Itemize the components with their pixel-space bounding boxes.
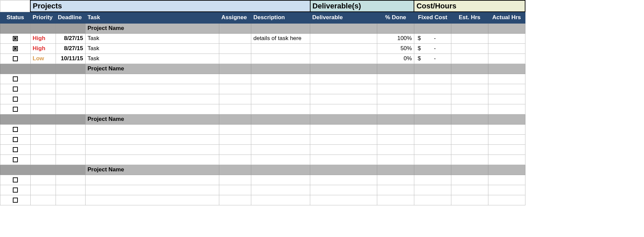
- deadline-cell[interactable]: [56, 94, 85, 104]
- section-projects[interactable]: Projects: [30, 0, 310, 12]
- col-description[interactable]: Description: [251, 12, 310, 23]
- deadline-cell[interactable]: 10/11/15: [56, 54, 85, 64]
- description-cell[interactable]: [251, 124, 310, 134]
- description-cell[interactable]: [251, 134, 310, 144]
- priority-cell[interactable]: [30, 134, 56, 144]
- est-hrs-cell[interactable]: [451, 124, 488, 134]
- description-cell[interactable]: [251, 74, 310, 84]
- group-cell[interactable]: [310, 64, 377, 74]
- deadline-cell[interactable]: 8/27/15: [56, 43, 85, 54]
- status-cell[interactable]: [0, 195, 31, 205]
- task-cell[interactable]: [85, 104, 219, 114]
- deliverable-cell[interactable]: [310, 43, 377, 54]
- col-priority[interactable]: Priority: [30, 12, 56, 23]
- task-cell[interactable]: [85, 134, 219, 144]
- group-cell[interactable]: [0, 64, 31, 74]
- col-fixed-cost[interactable]: Fixed Cost: [414, 12, 451, 23]
- status-cell[interactable]: [0, 104, 31, 114]
- est-hrs-cell[interactable]: [451, 74, 488, 84]
- assignee-cell[interactable]: [219, 155, 251, 165]
- fixed-cost-cell[interactable]: [414, 134, 451, 144]
- group-cell[interactable]: [30, 23, 56, 33]
- assignee-cell[interactable]: [219, 54, 251, 64]
- assignee-cell[interactable]: [219, 144, 251, 155]
- deadline-cell[interactable]: [56, 195, 85, 205]
- col-pct-done[interactable]: % Done: [377, 12, 414, 23]
- pct-done-cell[interactable]: [377, 155, 414, 165]
- group-cell[interactable]: [251, 165, 310, 175]
- fixed-cost-cell[interactable]: $-: [414, 43, 451, 54]
- group-cell[interactable]: [30, 165, 56, 175]
- assignee-cell[interactable]: [219, 185, 251, 195]
- checkbox-icon[interactable]: [13, 198, 18, 203]
- actual-hrs-cell[interactable]: [488, 175, 525, 185]
- task-cell[interactable]: [85, 155, 219, 165]
- task-cell[interactable]: [85, 195, 219, 205]
- deadline-cell[interactable]: [56, 155, 85, 165]
- checkbox-icon[interactable]: [13, 147, 18, 152]
- fixed-cost-cell[interactable]: [414, 74, 451, 84]
- pct-done-cell[interactable]: [377, 144, 414, 155]
- deliverable-cell[interactable]: [310, 74, 377, 84]
- description-cell[interactable]: [251, 155, 310, 165]
- assignee-cell[interactable]: [219, 175, 251, 185]
- status-cell[interactable]: [0, 155, 31, 165]
- task-cell[interactable]: [85, 84, 219, 94]
- group-cell[interactable]: [451, 165, 488, 175]
- section-deliverables[interactable]: Deliverable(s): [310, 0, 414, 12]
- status-cell[interactable]: ✖: [0, 43, 31, 54]
- priority-cell[interactable]: High: [30, 43, 56, 54]
- col-task[interactable]: Task: [85, 12, 219, 23]
- group-cell[interactable]: [0, 23, 31, 33]
- task-cell[interactable]: Task: [85, 33, 219, 43]
- deadline-cell[interactable]: [56, 84, 85, 94]
- actual-hrs-cell[interactable]: [488, 74, 525, 84]
- group-cell[interactable]: [488, 165, 525, 175]
- est-hrs-cell[interactable]: [451, 155, 488, 165]
- group-cell[interactable]: [30, 114, 56, 124]
- group-cell[interactable]: [488, 114, 525, 124]
- corner-cell[interactable]: [0, 0, 31, 12]
- pct-done-cell[interactable]: [377, 124, 414, 134]
- description-cell[interactable]: [251, 185, 310, 195]
- status-cell[interactable]: [0, 94, 31, 104]
- pct-done-cell[interactable]: [377, 134, 414, 144]
- status-cell[interactable]: [0, 54, 31, 64]
- est-hrs-cell[interactable]: [451, 54, 488, 64]
- actual-hrs-cell[interactable]: [488, 134, 525, 144]
- group-cell[interactable]: [451, 64, 488, 74]
- group-cell[interactable]: [251, 23, 310, 33]
- pct-done-cell[interactable]: 0%: [377, 54, 414, 64]
- status-cell[interactable]: [0, 134, 31, 144]
- checkbox-icon[interactable]: [13, 97, 18, 102]
- priority-cell[interactable]: [30, 175, 56, 185]
- group-cell[interactable]: [0, 165, 31, 175]
- status-cell[interactable]: [0, 185, 31, 195]
- group-cell[interactable]: [414, 23, 451, 33]
- group-cell[interactable]: [56, 64, 85, 74]
- group-cell[interactable]: [451, 23, 488, 33]
- group-cell[interactable]: [0, 114, 31, 124]
- project-name-cell[interactable]: Project Name: [85, 114, 219, 124]
- deadline-cell[interactable]: 8/27/15: [56, 33, 85, 43]
- checkbox-icon[interactable]: ✖: [13, 36, 18, 41]
- fixed-cost-cell[interactable]: [414, 94, 451, 104]
- actual-hrs-cell[interactable]: [488, 104, 525, 114]
- fixed-cost-cell[interactable]: [414, 104, 451, 114]
- description-cell[interactable]: [251, 195, 310, 205]
- group-cell[interactable]: [414, 114, 451, 124]
- priority-cell[interactable]: [30, 74, 56, 84]
- pct-done-cell[interactable]: [377, 84, 414, 94]
- pct-done-cell[interactable]: [377, 74, 414, 84]
- project-name-cell[interactable]: Project Name: [85, 64, 219, 74]
- group-cell[interactable]: [56, 23, 85, 33]
- section-cost-hours[interactable]: Cost/Hours: [414, 0, 525, 12]
- checkbox-icon[interactable]: [13, 127, 18, 132]
- col-actual-hrs[interactable]: Actual Hrs: [488, 12, 525, 23]
- assignee-cell[interactable]: [219, 33, 251, 43]
- checkbox-icon[interactable]: [13, 157, 18, 162]
- actual-hrs-cell[interactable]: [488, 144, 525, 155]
- deliverable-cell[interactable]: [310, 94, 377, 104]
- task-cell[interactable]: Task: [85, 43, 219, 54]
- deadline-cell[interactable]: [56, 185, 85, 195]
